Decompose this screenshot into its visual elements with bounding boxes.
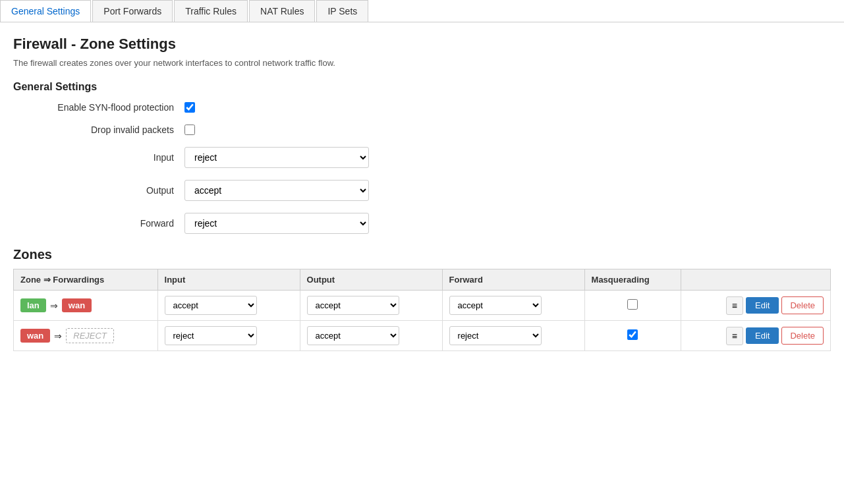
col-zone-forwardings: Zone ⇒ Forwardings — [14, 269, 158, 291]
tab-traffic-rules[interactable]: Traffic Rules — [174, 0, 248, 22]
row1-actions: ≡ Edit Delete — [688, 296, 824, 315]
zone-badge-wan: wan — [62, 298, 92, 312]
main-content: Firewall - Zone Settings The firewall cr… — [0, 22, 844, 364]
output-row: Output reject accept drop — [13, 180, 831, 201]
zones-table: Zone ⇒ Forwardings Input Output Forward … — [13, 269, 831, 351]
col-input: Input — [157, 269, 300, 291]
syn-flood-label: Enable SYN-flood protection — [13, 102, 184, 113]
output-label: Output — [13, 185, 184, 196]
syn-flood-row: Enable SYN-flood protection — [13, 102, 831, 113]
general-settings-section: General Settings Enable SYN-flood protec… — [13, 81, 831, 234]
zones-heading: Zones — [13, 247, 831, 262]
input-select[interactable]: reject accept drop — [184, 147, 369, 168]
forward-row: Forward reject accept drop — [13, 213, 831, 234]
row2-edit-button[interactable]: Edit — [746, 327, 779, 344]
input-label: Input — [13, 152, 184, 163]
col-masquerading: Masquerading — [584, 269, 681, 291]
zone-badge-lan: lan — [20, 298, 46, 312]
row2-delete-button[interactable]: Delete — [781, 327, 824, 345]
col-actions — [681, 269, 830, 291]
row1-output-select[interactable]: accept reject drop — [307, 296, 399, 315]
zone-badge-reject: REJECT — [66, 328, 114, 343]
row2-actions: ≡ Edit Delete — [688, 327, 824, 345]
row2-output-select[interactable]: accept reject drop — [307, 326, 399, 345]
row2-input-select[interactable]: accept reject drop — [165, 326, 257, 345]
row2-masquerade-checkbox[interactable] — [627, 329, 638, 340]
tab-port-forwards[interactable]: Port Forwards — [92, 0, 173, 22]
tab-bar: General Settings Port Forwards Traffic R… — [0, 0, 844, 22]
arrow-icon: ⇒ — [54, 331, 62, 341]
input-row: Input reject accept drop — [13, 147, 831, 168]
row1-delete-button[interactable]: Delete — [781, 296, 824, 314]
forward-label: Forward — [13, 218, 184, 229]
page-title: Firewall - Zone Settings — [13, 36, 831, 53]
row1-edit-button[interactable]: Edit — [746, 297, 779, 314]
row2-forward-select[interactable]: accept reject drop — [449, 326, 542, 345]
col-output: Output — [300, 269, 442, 291]
row1-masquerade-checkbox[interactable] — [627, 299, 638, 310]
zone-cell-wan-reject: wan ⇒ REJECT — [20, 328, 151, 343]
row1-menu-button[interactable]: ≡ — [726, 296, 743, 315]
output-select[interactable]: reject accept drop — [184, 180, 369, 201]
zone-cell-lan-wan: lan ⇒ wan — [20, 298, 151, 312]
table-row: wan ⇒ REJECT accept reject drop accept — [14, 321, 831, 351]
tab-ip-sets[interactable]: IP Sets — [316, 0, 368, 22]
page-description: The firewall creates zones over your net… — [13, 58, 831, 68]
arrow-icon: ⇒ — [50, 300, 58, 311]
drop-invalid-checkbox[interactable] — [184, 125, 195, 135]
tab-nat-rules[interactable]: NAT Rules — [249, 0, 315, 22]
tab-general-settings[interactable]: General Settings — [0, 0, 91, 22]
col-forward: Forward — [442, 269, 584, 291]
row1-input-select[interactable]: accept reject drop — [165, 296, 257, 315]
forward-select[interactable]: reject accept drop — [184, 213, 369, 234]
drop-invalid-row: Drop invalid packets — [13, 125, 831, 135]
table-row: lan ⇒ wan accept reject drop accept — [14, 291, 831, 321]
general-settings-heading: General Settings — [13, 81, 831, 93]
drop-invalid-label: Drop invalid packets — [13, 125, 184, 135]
zone-badge-wan2: wan — [20, 329, 50, 343]
syn-flood-checkbox[interactable] — [184, 102, 195, 113]
row1-forward-select[interactable]: accept reject drop — [449, 296, 542, 315]
row2-menu-button[interactable]: ≡ — [726, 327, 743, 345]
